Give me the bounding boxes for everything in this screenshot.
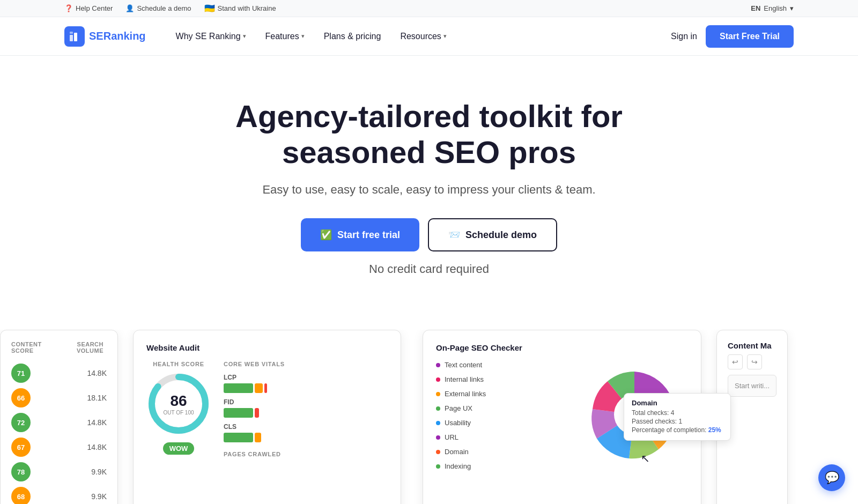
cwv-bar [224,433,388,442]
content-score-panel: CONTENT SCORE SEARCH VOLUME 71 14.8K 66 … [0,330,118,504]
onpage-chart-area: 78 Domain Total checks: 4 Passed checks:… [581,361,688,470]
content-toolbar: ↩ ↪ [728,354,776,369]
onpage-item-label: Usability [445,419,471,427]
svg-rect-0 [70,35,73,41]
score-row: 78 9.9K [11,462,107,481]
help-center-link[interactable]: ❓ Help Center [64,4,113,12]
content-editor-placeholder[interactable]: Start writi... [728,375,776,397]
cwv-title: CORE WEB VITALS [224,361,388,367]
nav-why-se[interactable]: Why SE Ranking ▾ [167,27,255,46]
cwv-segment [224,433,253,442]
cwv-label: LCP [224,374,388,381]
svg-rect-2 [70,32,73,34]
score-row: 72 14.8K [11,413,107,432]
content-score-header: CONTENT SCORE [11,341,58,354]
health-score-label: HEALTH SCORE [146,361,211,367]
undo-button[interactable]: ↩ [728,354,743,369]
score-badge: 72 [11,413,31,432]
cwv-label: FID [224,398,388,406]
website-audit-title: Website Audit [146,343,388,352]
chat-bubble[interactable]: 💬 [818,464,845,491]
dashboard-preview: CONTENT SCORE SEARCH VOLUME 71 14.8K 66 … [0,330,858,504]
score-row: 66 18.1K [11,388,107,407]
cwv-segment [255,408,259,418]
onpage-dot [436,406,440,411]
onpage-tooltip: Domain Total checks: 4 Passed checks: 1 … [624,393,731,441]
cwv-segment [255,383,263,393]
search-volume-value: 9.9K [42,468,107,476]
logo[interactable]: SERanking [64,26,146,47]
language-selector[interactable]: EN English ▾ [751,4,794,12]
cwv-segment [224,383,253,393]
search-volume-value: 18.1K [42,394,107,402]
score-badge: 71 [11,364,31,383]
cwv-row: LCP [224,374,388,393]
cwv-segment [264,383,267,393]
hero-subtext: Easy to use, easy to scale, easy to impr… [64,183,794,197]
score-badge: 78 [11,462,31,481]
cwv-bar [224,383,388,393]
search-volume-header: SEARCH VOLUME [61,341,108,354]
score-row: 71 14.8K [11,364,107,383]
onpage-dot [436,421,440,425]
pages-crawled-title: PAGES CRAWLED [224,451,388,457]
pages-crawled: PAGES CRAWLED [224,451,388,457]
schedule-demo-link[interactable]: 👤 Schedule a demo [125,4,191,12]
send-icon: 📨 [448,229,460,241]
onpage-dot [436,464,440,469]
health-section: HEALTH SCORE 86 OUT OF 100 WOW [146,361,388,462]
onpage-item-label: Domain [445,448,469,456]
onpage-title: On-Page SEO Checker [436,343,688,352]
onpage-dot [436,450,440,454]
person-icon: 👤 [125,4,134,12]
chevron-down-icon: ▾ [443,33,447,40]
start-trial-hero-button[interactable]: ✅ Start free trial [301,218,419,251]
logo-icon [64,26,85,47]
redo-button[interactable]: ↪ [747,354,762,369]
onpage-item: External links [436,390,570,398]
cwv-segment [224,408,253,418]
onpage-list: Text content Internal links External lin… [436,361,570,477]
chevron-down-icon: ▾ [301,33,305,40]
score-rows-container: 71 14.8K 66 18.1K 72 14.8K 67 14.8K 78 9… [11,364,107,504]
score-row: 68 9.9K [11,487,107,504]
nav-links: Why SE Ranking ▾ Features ▾ Plans & pric… [167,27,455,46]
website-audit-panel: Website Audit HEALTH SCORE 86 OUT OF 100 [133,330,401,504]
start-trial-nav-button[interactable]: Start Free Trial [706,25,794,48]
onpage-item: Internal links [436,375,570,383]
checkmark-icon: ✅ [320,229,332,241]
search-volume-value: 9.9K [42,492,107,501]
onpage-item: Domain [436,448,570,456]
onpage-item: URL [436,433,570,441]
nav-plans[interactable]: Plans & pricing [315,27,390,46]
no-cc-text: No credit card required [64,262,794,276]
search-volume-value: 14.8K [42,418,107,427]
onpage-dot [436,392,440,396]
sign-in-link[interactable]: Sign in [671,32,697,41]
onpage-item-label: URL [445,433,458,441]
nav-features[interactable]: Features ▾ [257,27,313,46]
question-icon: ❓ [64,4,73,12]
cwv-row: FID [224,398,388,418]
wow-badge: WOW [163,442,195,455]
onpage-item-label: Internal links [445,375,484,383]
chevron-down-icon: ▾ [790,4,794,12]
ukraine-flag-icon: 🇺🇦 [204,3,215,13]
score-badge: 67 [11,438,31,457]
nav-resources[interactable]: Resources ▾ [391,27,455,46]
ukraine-link[interactable]: 🇺🇦 Stand with Ukraine [204,3,276,13]
onpage-dot [436,435,440,440]
cwv-rows-container: LCP FID CLS [224,374,388,442]
onpage-item: Indexing [436,462,570,470]
hero-buttons: ✅ Start free trial 📨 Schedule demo [64,218,794,251]
top-bar: ❓ Help Center 👤 Schedule a demo 🇺🇦 Stand… [0,0,858,17]
onpage-item-label: External links [445,390,486,398]
content-ma-title: Content Ma [728,341,776,350]
schedule-demo-hero-button[interactable]: 📨 Schedule demo [428,218,557,251]
onpage-item-label: Text content [445,361,482,369]
cwv-label: CLS [224,423,388,431]
cwv-segment [255,433,261,442]
health-score-box: HEALTH SCORE 86 OUT OF 100 WOW [146,361,211,462]
svg-rect-1 [74,33,77,41]
score-badge: 66 [11,388,31,407]
